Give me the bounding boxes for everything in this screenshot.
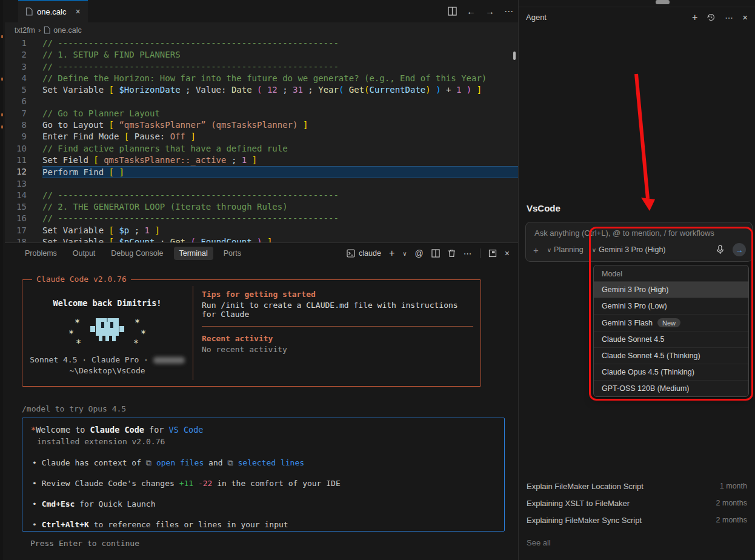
line-number[interactable]: 5 — [5, 84, 42, 96]
more-icon[interactable]: ⋯ — [725, 13, 733, 22]
model-option[interactable]: Gemini 3 Pro (Low) — [594, 298, 748, 315]
tab-one-calc[interactable]: one.calc × — [18, 0, 88, 22]
panel-tab-debug-console[interactable]: Debug Console — [105, 247, 168, 260]
model-option[interactable]: Claude Sonnet 4.5 (Thinking) — [594, 348, 748, 364]
code-line[interactable]: 4// Define the Horizon: How far into the… — [5, 73, 518, 84]
nav-back-icon[interactable]: ← — [467, 6, 476, 16]
line-number[interactable]: 14 — [5, 190, 42, 201]
chat-input[interactable]: Ask anything (Ctrl+L), @ to mention, / f… — [525, 222, 753, 262]
scrollbar-handle[interactable] — [513, 52, 516, 60]
code-line[interactable]: 7// Go to Planner Layout — [5, 108, 518, 119]
new-chat-icon[interactable]: + — [692, 12, 697, 23]
add-terminal-icon[interactable]: + — [389, 248, 394, 259]
code-text[interactable]: // -------------------------------------… — [42, 213, 518, 224]
code-text[interactable]: // -------------------------------------… — [42, 61, 518, 73]
line-number[interactable]: 15 — [5, 201, 42, 213]
model-option[interactable]: Claude Sonnet 4.5 — [594, 332, 748, 348]
code-line[interactable]: 10// Find active planners that have a de… — [5, 143, 518, 155]
line-number[interactable]: 3 — [5, 61, 42, 73]
code-line[interactable]: 15// 2. THE GENERATOR LOOP (Iterate thro… — [5, 201, 518, 213]
code-line[interactable]: 13 — [5, 178, 518, 190]
code-text[interactable] — [42, 178, 518, 190]
line-number[interactable]: 17 — [5, 225, 42, 236]
code-line[interactable]: 3// ------------------------------------… — [5, 61, 518, 73]
code-line[interactable]: 11Set Field [ qmsTasksPlanner::_active ;… — [5, 155, 518, 166]
line-number[interactable]: 7 — [5, 108, 42, 119]
mic-icon[interactable] — [716, 245, 724, 255]
code-line[interactable]: 8Go to Layout [ “qmsTasksPlanner” (qmsTa… — [5, 119, 518, 131]
code-text[interactable]: Set Variable [ $p ; 1 ] — [42, 225, 518, 236]
code-line[interactable]: 17Set Variable [ $p ; 1 ] — [5, 225, 518, 236]
nav-forward-icon[interactable]: → — [485, 6, 494, 16]
line-number[interactable]: 11 — [5, 155, 42, 166]
code-text[interactable]: Set Variable [ $HorizonDate ; Value: Dat… — [42, 84, 518, 96]
line-number[interactable]: 8 — [5, 119, 42, 131]
more-icon[interactable]: ⋯ — [464, 248, 472, 258]
code-line[interactable]: 16// -----------------------------------… — [5, 213, 518, 224]
code-editor[interactable]: 1// ------------------------------------… — [5, 38, 518, 242]
close-icon[interactable]: × — [742, 12, 748, 22]
history-icon[interactable] — [707, 13, 716, 22]
code-line[interactable]: 9Enter Find Mode [ Pause: Off ] — [5, 131, 518, 142]
model-picker[interactable]: ∨Gemini 3 Pro (High) — [592, 245, 666, 254]
trash-icon[interactable] — [448, 249, 456, 258]
code-text[interactable]: // 1. SETUP & FIND PLANNERS — [42, 49, 518, 61]
code-text[interactable]: Set Variable [ $pCount ; Get ( FoundCoun… — [42, 236, 518, 242]
code-text[interactable]: Set Field [ qmsTasksPlanner::_active ; 1… — [42, 155, 518, 166]
send-icon[interactable]: → — [733, 243, 746, 256]
code-text[interactable]: // -------------------------------------… — [42, 38, 518, 49]
history-item[interactable]: Explaining FileMaker Sync Script2 months — [527, 512, 747, 528]
at-icon[interactable]: @ — [415, 248, 424, 258]
code-text[interactable]: Go to Layout [ “qmsTasksPlanner” (qmsTas… — [42, 119, 518, 131]
breadcrumb[interactable]: txt2fm › one.calc — [5, 22, 518, 38]
breadcrumb-folder[interactable]: txt2fm — [15, 26, 35, 35]
line-number[interactable]: 18 — [5, 236, 42, 242]
code-line[interactable]: 18Set Variable [ $pCount ; Get ( FoundCo… — [5, 236, 518, 242]
breadcrumb-file[interactable]: one.calc — [53, 26, 82, 35]
line-number[interactable]: 6 — [5, 96, 42, 107]
terminal-instance[interactable]: claude — [347, 249, 381, 258]
code-text[interactable] — [42, 96, 518, 107]
mode-picker[interactable]: ∨Planning — [547, 245, 584, 254]
line-number[interactable]: 4 — [5, 73, 42, 84]
chevron-down-icon[interactable]: ∨ — [402, 250, 407, 257]
panel-tab-problems[interactable]: Problems — [19, 247, 62, 260]
code-line[interactable]: 1// ------------------------------------… — [5, 38, 518, 49]
line-number[interactable]: 16 — [5, 213, 42, 224]
code-text[interactable]: // Find active planners that have a defi… — [42, 143, 518, 155]
add-context-icon[interactable]: + — [533, 245, 539, 255]
close-panel-icon[interactable]: × — [505, 248, 510, 258]
code-line[interactable]: 14// -----------------------------------… — [5, 190, 518, 201]
model-option[interactable]: GPT-OSS 120B (Medium) — [594, 381, 748, 396]
history-item[interactable]: Explaining XSLT to FileMaker2 months — [527, 495, 747, 512]
line-number[interactable]: 1 — [5, 38, 42, 49]
line-number[interactable]: 9 — [5, 131, 42, 142]
panel-tab-output[interactable]: Output — [67, 247, 101, 260]
see-all-link[interactable]: See all — [527, 538, 551, 547]
code-text[interactable]: // Go to Planner Layout — [42, 108, 518, 119]
model-option[interactable]: Gemini 3 FlashNew — [594, 315, 748, 332]
maximize-panel-icon[interactable] — [488, 249, 497, 258]
code-line[interactable]: 2// 1. SETUP & FIND PLANNERS — [5, 49, 518, 61]
panel-tab-terminal[interactable]: Terminal — [174, 247, 213, 260]
code-line[interactable]: 12Perform Find [ ] — [5, 166, 518, 178]
line-number[interactable]: 13 — [5, 178, 42, 190]
history-item[interactable]: Explain FileMaker Location Script1 month — [527, 478, 747, 495]
line-number[interactable]: 10 — [5, 143, 42, 155]
split-editor-icon[interactable] — [448, 7, 457, 16]
close-icon[interactable]: × — [75, 7, 80, 16]
model-option[interactable]: Gemini 3 Pro (High) — [594, 282, 748, 298]
code-text[interactable]: Enter Find Mode [ Pause: Off ] — [42, 131, 518, 142]
line-number[interactable]: 12 — [5, 166, 42, 178]
code-text[interactable]: Perform Find [ ] — [42, 166, 518, 178]
code-text[interactable]: // Define the Horizon: How far into the … — [42, 73, 518, 84]
code-text[interactable]: // -------------------------------------… — [42, 190, 518, 201]
code-line[interactable]: 6 — [5, 96, 518, 107]
code-line[interactable]: 5Set Variable [ $HorizonDate ; Value: Da… — [5, 84, 518, 96]
more-actions-icon[interactable]: ⋯ — [504, 6, 513, 17]
split-terminal-icon[interactable] — [431, 249, 440, 258]
line-number[interactable]: 2 — [5, 49, 42, 61]
code-text[interactable]: // 2. THE GENERATOR LOOP (Iterate throug… — [42, 201, 518, 213]
model-option[interactable]: Claude Opus 4.5 (Thinking) — [594, 364, 748, 381]
panel-tab-ports[interactable]: Ports — [218, 247, 247, 260]
